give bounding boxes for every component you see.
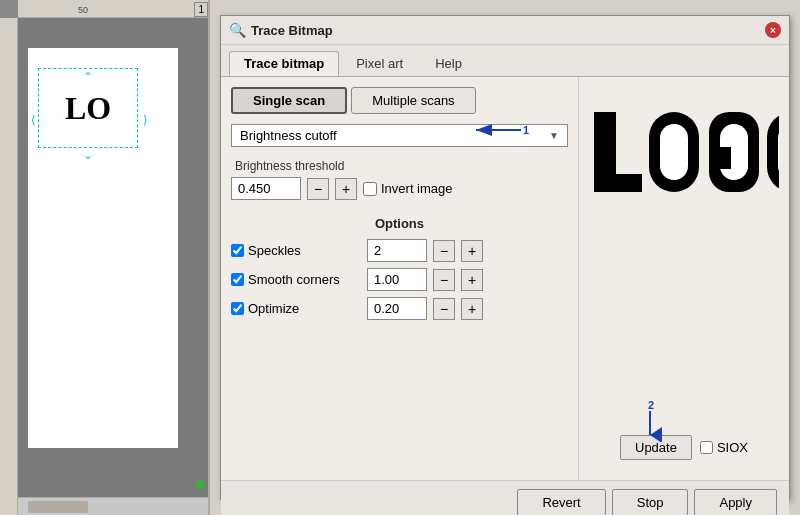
annotation-arrow-2: 2 [630,397,670,442]
smooth-corners-checkbox[interactable] [231,273,244,286]
logo-preview [589,102,779,212]
optimize-decrement[interactable]: − [433,298,455,320]
optimize-value[interactable] [367,297,427,320]
speckles-checkbox[interactable] [231,244,244,257]
trace-bitmap-icon: 🔍 [229,22,245,38]
selection-handle-bottom: ⌄ [83,148,93,162]
speckles-label-cb: Speckles [231,243,361,258]
update-siox-row: 2 Update SIOX [620,435,748,470]
smooth-corners-increment[interactable]: + [461,269,483,291]
speckles-row: Speckles − + [231,239,568,262]
dialog-left-panel: Single scan Multiple scans Brightness cu… [221,77,579,480]
dialog-footer: Revert Stop Apply [221,480,789,515]
dialog-body: Single scan Multiple scans Brightness cu… [221,77,789,480]
ruler-mark-50: 50 [78,5,88,15]
revert-button[interactable]: Revert [517,489,605,515]
threshold-increment-button[interactable]: + [335,178,357,200]
trace-bitmap-dialog: 🔍 Trace Bitmap × Trace bitmap Pixel art … [220,15,790,500]
stop-button[interactable]: Stop [612,489,689,515]
smooth-corners-decrement[interactable]: − [433,269,455,291]
tab-trace-bitmap[interactable]: Trace bitmap [229,51,339,76]
smooth-corners-row: Smooth corners − + [231,268,568,291]
optimize-checkbox[interactable] [231,302,244,315]
svg-text:2: 2 [648,399,654,411]
ruler-top: 50 [18,0,210,18]
tab-pixel-art[interactable]: Pixel art [341,51,418,76]
mode-dropdown-value: Brightness cutoff [240,128,337,143]
scan-buttons-group: Single scan Multiple scans [231,87,568,114]
threshold-label: Brightness threshold [231,159,568,173]
canvas-logo-text: LO [65,90,111,127]
optimize-increment[interactable]: + [461,298,483,320]
canvas-content: LO ⟨ ⟩ ⌃ ⌄ [18,18,210,497]
scrollbar-thumb[interactable] [28,501,88,513]
optimize-row: Optimize − + [231,297,568,320]
dialog-right-panel: 2 Update SIOX [579,77,789,480]
smooth-corners-value[interactable] [367,268,427,291]
speckles-decrement[interactable]: − [433,240,455,262]
siox-row: SIOX [700,440,748,455]
selection-handle-top: ⌃ [83,70,93,84]
canvas-scrollbar[interactable] [18,497,210,515]
invert-image-checkbox[interactable] [363,182,377,196]
invert-image-label: Invert image [381,181,453,196]
green-diamond-icon: ◆ [194,474,206,493]
canvas-area: 50 LO ⟨ ⟩ ⌃ ⌄ 1 ◆ [0,0,210,515]
speckles-value[interactable] [367,239,427,262]
smooth-corners-label: Smooth corners [248,272,340,287]
invert-image-row: Invert image [363,181,453,196]
optimize-label: Optimize [248,301,299,316]
svg-rect-10 [731,147,748,169]
svg-text:1: 1 [523,124,529,136]
svg-rect-4 [594,174,642,192]
speckles-label: Speckles [248,243,301,258]
options-header: Options [231,216,568,231]
close-button[interactable]: × [765,22,781,38]
divider [208,0,210,515]
multiple-scans-button[interactable]: Multiple scans [351,87,475,114]
smooth-corners-label-cb: Smooth corners [231,272,361,287]
dialog-titlebar: 🔍 Trace Bitmap × [221,16,789,45]
ruler-left [0,18,18,515]
siox-checkbox[interactable] [700,441,713,454]
page-indicator: 1 [194,2,208,17]
tabs-container: Trace bitmap Pixel art Help [221,45,789,77]
siox-label: SIOX [717,440,748,455]
selection-handle-left: ⟨ [31,113,36,127]
threshold-decrement-button[interactable]: − [307,178,329,200]
apply-button[interactable]: Apply [694,489,777,515]
annotation-arrow-1: 1 [461,116,581,146]
svg-rect-11 [767,112,779,192]
dropdown-container: Brightness cutoff ▼ 1 [231,124,568,147]
threshold-value-row: − + Invert image [231,177,568,200]
svg-rect-6 [660,124,688,180]
selection-handle-right: ⟩ [143,113,148,127]
optimize-label-cb: Optimize [231,301,361,316]
speckles-increment[interactable]: + [461,240,483,262]
tab-help[interactable]: Help [420,51,477,76]
dialog-title: Trace Bitmap [251,23,759,38]
single-scan-button[interactable]: Single scan [231,87,347,114]
threshold-input[interactable] [231,177,301,200]
